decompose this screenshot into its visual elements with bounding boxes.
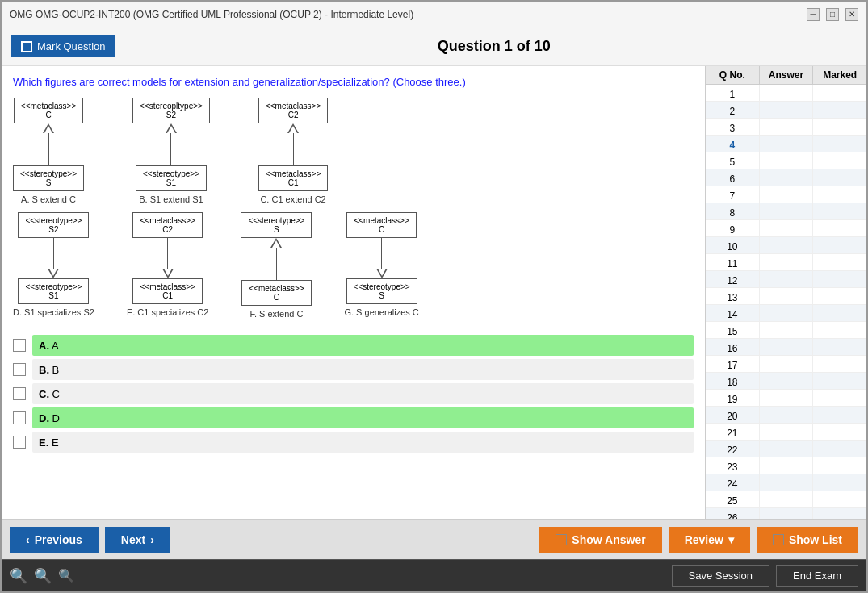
diagram-g-bottom: <<stereotype>>S <box>346 278 417 304</box>
sidebar-cell-answer <box>760 457 814 474</box>
sidebar-row[interactable]: 4 <box>706 136 866 152</box>
zoom-controls: 🔍 🔍 🔍 <box>10 567 74 585</box>
review-dropdown-icon: ▾ <box>728 533 734 546</box>
sidebar-header: Q No. Answer Marked <box>706 66 866 85</box>
sidebar-row[interactable]: 18 <box>706 373 866 390</box>
diagram-g-arrow <box>376 238 388 278</box>
sidebar-cell-qno: 25 <box>706 491 760 507</box>
sidebar-cell-answer <box>760 237 814 253</box>
sidebar-row[interactable]: 17 <box>706 356 866 373</box>
sidebar-row[interactable]: 22 <box>706 441 866 457</box>
sidebar-row[interactable]: 13 <box>706 288 866 305</box>
answer-d-bar[interactable]: D. D <box>32 407 694 428</box>
sidebar-row[interactable]: 2 <box>706 102 866 119</box>
show-list-icon <box>773 534 784 545</box>
answer-a-bar[interactable]: A. A <box>32 335 694 356</box>
answer-c-checkbox[interactable] <box>13 387 26 400</box>
sidebar-row[interactable]: 23 <box>706 457 866 474</box>
sidebar-cell-qno: 7 <box>706 186 760 203</box>
sidebar-cell-marked <box>813 457 866 474</box>
sidebar-cell-qno: 21 <box>706 424 760 440</box>
maximize-button[interactable]: □ <box>826 8 839 21</box>
sidebar-row[interactable]: 3 <box>706 119 866 136</box>
diagram-f-top: <<stereotype>>S <box>241 212 312 238</box>
next-label: Next <box>121 533 145 546</box>
next-button[interactable]: Next › <box>105 527 170 553</box>
diagram-c-top: <<metaclass>>C2 <box>258 98 328 123</box>
save-session-button[interactable]: Save Session <box>672 565 770 587</box>
answer-b-checkbox[interactable] <box>13 363 26 376</box>
sidebar-row[interactable]: 9 <box>706 220 866 237</box>
sidebar-cell-qno: 1 <box>706 85 760 101</box>
sidebar-row[interactable]: 10 <box>706 237 866 254</box>
sidebar-row[interactable]: 24 <box>706 474 866 491</box>
sidebar-cell-marked <box>813 220 866 236</box>
window-controls: ─ □ ✕ <box>807 8 858 21</box>
answer-c-bar[interactable]: C. C <box>32 383 694 404</box>
zoom-out-button[interactable]: 🔍 <box>58 567 74 585</box>
toolbar: Mark Question Question 1 of 10 <box>2 27 866 66</box>
end-exam-button[interactable]: End Exam <box>776 565 858 587</box>
sidebar-cell-answer <box>760 356 814 372</box>
sidebar-cell-answer <box>760 102 814 118</box>
previous-button[interactable]: ‹ Previous <box>10 527 99 553</box>
answer-row-c[interactable]: C. C <box>13 383 694 404</box>
show-answer-button[interactable]: Show Answer <box>539 527 661 553</box>
sidebar-cell-qno: 2 <box>706 102 760 118</box>
answer-b-label: B. B <box>39 364 59 376</box>
minimize-button[interactable]: ─ <box>807 8 820 21</box>
diagram-g-top: <<metaclass>>C <box>346 212 416 238</box>
answer-row-b[interactable]: B. B <box>13 359 694 380</box>
mark-checkbox-icon <box>21 41 32 52</box>
sidebar-row[interactable]: 11 <box>706 254 866 271</box>
sidebar-cell-marked <box>813 474 866 491</box>
answer-b-bar[interactable]: B. B <box>32 359 694 380</box>
sidebar-row[interactable]: 16 <box>706 339 866 356</box>
sidebar-cell-answer <box>760 424 814 440</box>
content-area: Which figures are correct models for ext… <box>2 66 866 519</box>
sidebar-row[interactable]: 26 <box>706 508 866 519</box>
diagram-c-bottom: <<metaclass>>C1 <box>258 165 328 191</box>
sidebar-cell-answer <box>760 152 814 169</box>
sidebar-row[interactable]: 20 <box>706 407 866 424</box>
answer-a-checkbox[interactable] <box>13 339 26 352</box>
answer-row-a[interactable]: A. A <box>13 335 694 356</box>
sidebar-cell-qno: 23 <box>706 457 760 474</box>
sidebar-cell-qno: 14 <box>706 305 760 321</box>
sidebar-cell-answer <box>760 441 814 457</box>
diagram-c: <<metaclass>>C2 <<metaclass>>C1 C. C1 ex… <box>258 98 328 204</box>
sidebar-row[interactable]: 15 <box>706 322 866 339</box>
sidebar-cell-marked <box>813 237 866 253</box>
sidebar-cell-marked <box>813 119 866 135</box>
sidebar-row[interactable]: 19 <box>706 390 866 407</box>
review-button[interactable]: Review ▾ <box>669 527 750 553</box>
diagram-f: <<stereotype>>S <<metaclass>>C F. S exte… <box>241 212 312 319</box>
sidebar-col-marked: Marked <box>813 66 866 84</box>
answer-row-e[interactable]: E. E <box>13 432 694 453</box>
sidebar-cell-qno: 18 <box>706 373 760 389</box>
mark-question-button[interactable]: Mark Question <box>11 35 115 57</box>
zoom-normal-button[interactable]: 🔍 <box>34 567 52 585</box>
answer-row-d[interactable]: D. D <box>13 407 694 428</box>
sidebar-row[interactable]: 12 <box>706 271 866 288</box>
sidebar-cell-answer <box>760 186 814 203</box>
sidebar-row[interactable]: 1 <box>706 85 866 102</box>
sidebar-cell-answer <box>760 508 814 519</box>
answer-e-checkbox[interactable] <box>13 436 26 449</box>
sidebar-row[interactable]: 5 <box>706 152 866 169</box>
show-list-button[interactable]: Show List <box>757 527 858 553</box>
sidebar-cell-marked <box>813 203 866 219</box>
answer-d-checkbox[interactable] <box>13 411 26 424</box>
sidebar-row[interactable]: 14 <box>706 305 866 322</box>
zoom-in-button[interactable]: 🔍 <box>10 567 27 585</box>
mark-question-label: Mark Question <box>37 40 106 52</box>
save-session-label: Save Session <box>689 570 753 582</box>
sidebar-row[interactable]: 21 <box>706 424 866 441</box>
sidebar-row[interactable]: 7 <box>706 186 866 203</box>
sidebar-cell-answer <box>760 119 814 135</box>
sidebar-row[interactable]: 8 <box>706 203 866 220</box>
close-button[interactable]: ✕ <box>845 8 858 21</box>
sidebar-row[interactable]: 25 <box>706 491 866 508</box>
answer-e-bar[interactable]: E. E <box>32 432 694 453</box>
sidebar-row[interactable]: 6 <box>706 169 866 186</box>
